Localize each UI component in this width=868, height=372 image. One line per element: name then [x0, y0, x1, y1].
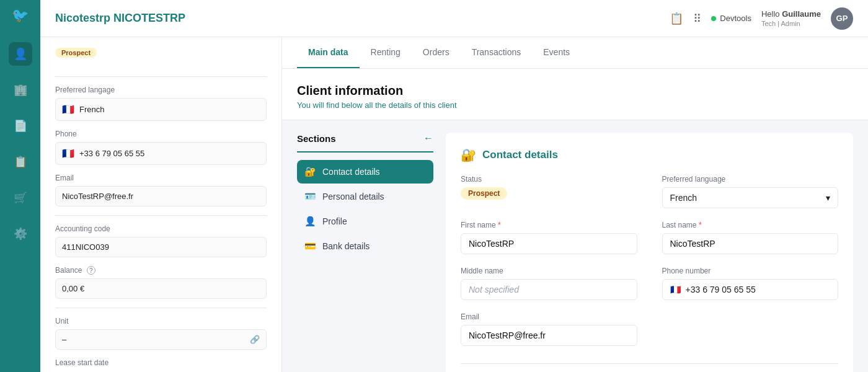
client-info-header: Client information You will find below a…: [282, 69, 868, 120]
email-form-field: Email NicoTestRP@free.fr: [461, 312, 637, 346]
fingerprint-icon: 🔐: [304, 166, 316, 177]
greeting-hello: Hello: [761, 9, 782, 19]
last-name-value[interactable]: NicoTestRP: [662, 233, 839, 254]
language-value: French: [79, 105, 104, 114]
sidebar-icon-document[interactable]: 📄: [9, 114, 32, 138]
devtools-badge: Devtools: [711, 14, 751, 23]
section-item-contact-details[interactable]: 🔐 Contact details: [297, 160, 433, 184]
id-card-icon: 🪪: [304, 191, 316, 202]
status-badge: Prospect: [461, 187, 507, 200]
sections-panel: Sections ← 🔐 Contact details 🪪 Personal …: [297, 133, 433, 372]
user-greeting: Hello Guillaume Tech | Admin: [761, 9, 821, 28]
first-name-form-field: First name * NicoTestRP: [461, 221, 637, 254]
email-field: NicoTestRP@free.fr: [55, 186, 267, 206]
balance-field: 0,00 €: [55, 278, 267, 299]
grid-icon[interactable]: ⠿: [693, 12, 701, 25]
balance-value: 0,00 €: [62, 284, 84, 293]
section-item-bank-label: Bank details: [322, 241, 370, 251]
tabs-bar: Main data Renting Orders Transactions Ev…: [282, 37, 868, 69]
email-field-label: Email: [461, 312, 637, 321]
navbar: Nicotestrp NICOTESTRP 📋 ⠿ Devtools Hello…: [40, 0, 868, 37]
tab-events[interactable]: Events: [532, 37, 581, 68]
phone-flag-icon: 🇫🇷: [670, 285, 681, 294]
prospect-badge: Prospect: [55, 48, 97, 58]
tab-main-data[interactable]: Main data: [297, 37, 360, 68]
sidebar-icon-list[interactable]: 📋: [9, 150, 32, 174]
client-info-title: Client information: [297, 84, 853, 98]
email-label: Email: [55, 174, 267, 182]
language-flag: 🇫🇷: [62, 104, 74, 115]
greeting-role: Tech | Admin: [761, 20, 800, 27]
devtools-status-dot: [711, 16, 716, 21]
profile-icon: 👤: [304, 216, 316, 227]
middle-name-value[interactable]: Not specified: [461, 279, 637, 300]
bank-icon: 💳: [304, 241, 316, 252]
email-value: NicoTestRP@free.fr: [62, 192, 133, 201]
phone-value: +33 6 79 05 65 55: [79, 149, 144, 158]
contact-section-icon: 🔐: [461, 148, 476, 162]
unit-label: Unit: [55, 317, 267, 326]
personal-details-header: 🪪 Personal details: [461, 363, 838, 372]
contact-section-title: Contact details: [482, 149, 558, 161]
preferred-language-label: Preferred langage: [55, 86, 267, 94]
status-field-value: Prospect: [461, 187, 637, 200]
app-logo: 🐦: [12, 7, 29, 24]
phone-number-value[interactable]: 🇫🇷 +33 6 79 05 65 55: [662, 279, 839, 300]
section-item-contact-label: Contact details: [322, 167, 380, 177]
content-area: Prospect Preferred langage 🇫🇷 French Pho…: [40, 37, 868, 372]
app-title: Nicotestrp NICOTESTRP: [55, 12, 660, 25]
chevron-down-icon: ▾: [826, 193, 830, 203]
phone-flag: 🇫🇷: [62, 148, 74, 159]
section-item-personal-details[interactable]: 🪪 Personal details: [297, 185, 433, 208]
status-form-field: Status Prospect: [461, 175, 637, 208]
unit-link-icon[interactable]: 🔗: [250, 335, 260, 344]
sidebar-icon-cart[interactable]: 🛒: [9, 186, 32, 210]
accounting-code-label: Accounting code: [55, 224, 267, 233]
last-name-label: Last name *: [662, 221, 839, 229]
unit-value: –: [62, 335, 66, 344]
balance-help-icon[interactable]: ?: [87, 266, 95, 275]
phone-label: Phone: [55, 130, 267, 138]
left-panel: Prospect Preferred langage 🇫🇷 French Pho…: [40, 37, 282, 372]
notifications-icon[interactable]: 📋: [670, 12, 683, 25]
sidebar-icon-person[interactable]: 👤: [9, 42, 32, 66]
client-info-subtitle: You will find below all the details of t…: [297, 100, 853, 110]
tab-orders[interactable]: Orders: [412, 37, 461, 68]
details-panel: 🔐 Contact details Status Prospect: [446, 133, 853, 372]
preferred-lang-value: French: [670, 193, 698, 203]
phone-number-form-field: Phone number 🇫🇷 +33 6 79 05 65 55: [662, 267, 839, 300]
devtools-label: Devtools: [720, 14, 751, 23]
tab-transactions[interactable]: Transactions: [461, 37, 533, 68]
accounting-code-value: 411NICO039: [62, 242, 109, 252]
first-name-value[interactable]: NicoTestRP: [461, 233, 637, 254]
section-item-personal-label: Personal details: [322, 192, 384, 202]
navbar-actions: 📋 ⠿ Devtools Hello Guillaume Tech | Admi…: [670, 7, 853, 30]
main-area: Nicotestrp NICOTESTRP 📋 ⠿ Devtools Hello…: [40, 0, 868, 372]
preferred-language-form-field: Preferred language French ▾: [662, 175, 839, 208]
contact-form-grid: Status Prospect Preferred language: [461, 175, 838, 346]
section-item-bank-details[interactable]: 💳 Bank details: [297, 234, 433, 258]
sidebar-icon-settings[interactable]: ⚙️: [9, 222, 32, 246]
section-item-profile[interactable]: 👤 Profile: [297, 210, 433, 233]
balance-label: Balance ?: [55, 266, 267, 275]
middle-name-form-field: Middle name Not specified: [461, 267, 637, 300]
section-item-profile-label: Profile: [322, 216, 347, 226]
last-name-form-field: Last name * NicoTestRP: [662, 221, 839, 254]
sections-title: Sections: [297, 133, 336, 144]
sidebar: 🐦 👤 🏢 📄 📋 🛒 ⚙️: [0, 0, 40, 372]
unit-field: – 🔗: [55, 329, 267, 350]
user-avatar[interactable]: GP: [831, 7, 853, 30]
tab-renting[interactable]: Renting: [360, 37, 412, 68]
email-field-value[interactable]: NicoTestRP@free.fr: [461, 325, 637, 346]
preferred-lang-select[interactable]: French ▾: [662, 187, 839, 208]
lease-start-date-label: Lease start date: [55, 358, 267, 367]
middle-name-label: Middle name: [461, 267, 637, 275]
first-name-label: First name *: [461, 221, 637, 229]
phone-field: 🇫🇷 +33 6 79 05 65 55: [55, 142, 267, 165]
sections-header: Sections ←: [297, 133, 433, 153]
phone-number-label: Phone number: [662, 267, 839, 275]
sidebar-icon-building[interactable]: 🏢: [9, 78, 32, 102]
content-grid: Sections ← 🔐 Contact details 🪪 Personal …: [297, 133, 853, 372]
sections-collapse-arrow[interactable]: ←: [423, 133, 433, 144]
right-content: Main data Renting Orders Transactions Ev…: [282, 37, 868, 372]
